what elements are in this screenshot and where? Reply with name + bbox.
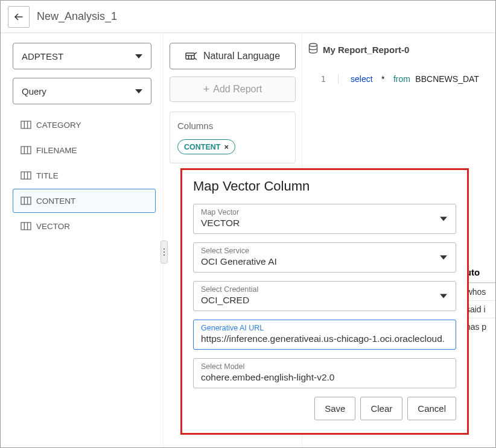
sql-from: from <box>393 74 410 84</box>
sql-select: select <box>351 74 373 84</box>
caret-down-icon <box>135 54 142 58</box>
select-service-field[interactable]: Select Service OCI Generative AI <box>193 242 456 273</box>
generative-ai-url-field[interactable]: Generative AI URL https://inference.gene… <box>193 320 456 350</box>
svg-rect-16 <box>186 53 194 59</box>
sql-table: BBCNEWS_DAT <box>415 74 479 84</box>
column-label: FILENAME <box>36 146 77 155</box>
natural-language-button[interactable]: Natural Language <box>170 43 296 69</box>
svg-point-20 <box>310 43 317 46</box>
column-item-title[interactable]: TITLE <box>13 163 156 188</box>
query-select[interactable]: Query <box>13 78 151 104</box>
splitter-handle[interactable] <box>161 241 168 263</box>
sql-code: select * from BBCNEWS_DAT <box>339 74 479 84</box>
field-label: Map Vector <box>201 208 448 216</box>
select-model-field[interactable]: Select Model cohere.embed-english-light-… <box>193 358 456 388</box>
natural-language-icon <box>185 51 197 61</box>
sql-editor[interactable]: 1 select * from BBCNEWS_DAT <box>308 74 495 84</box>
cancel-button[interactable]: Cancel <box>407 397 456 420</box>
caret-down-icon <box>440 256 447 260</box>
columns-panel: Columns CONTENT × <box>170 112 296 163</box>
column-icon <box>21 171 31 180</box>
column-label: CONTENT <box>36 197 75 206</box>
page-title: New_Analysis_1 <box>37 10 117 23</box>
caret-down-icon <box>440 294 447 298</box>
select-credential-field[interactable]: Select Credential OCI_CRED <box>193 281 456 311</box>
svg-rect-13 <box>21 222 31 230</box>
chip-remove-icon[interactable]: × <box>224 142 229 151</box>
field-label: Generative AI URL <box>201 324 448 332</box>
modal-title: Map Vector Column <box>193 178 456 194</box>
caret-down-icon <box>135 89 142 93</box>
svg-rect-7 <box>21 172 31 179</box>
map-vector-field[interactable]: Map Vector VECTOR <box>193 204 456 234</box>
column-icon <box>21 222 31 230</box>
add-report-button[interactable]: + Add Report <box>170 77 296 102</box>
add-report-label: Add Report <box>213 84 262 95</box>
column-item-filename[interactable]: FILENAME <box>13 138 156 162</box>
svg-rect-10 <box>21 197 31 204</box>
column-chip-content[interactable]: CONTENT × <box>177 139 235 154</box>
field-label: Select Service <box>201 247 448 255</box>
plus-icon: + <box>203 83 210 96</box>
field-value: https://inference.generativeai.us-chicag… <box>201 333 448 344</box>
column-label: CATEGORY <box>36 121 81 130</box>
query-select-label: Query <box>22 86 46 96</box>
sql-star: * <box>378 74 388 84</box>
field-label: Select Model <box>201 362 448 371</box>
caret-down-icon <box>440 217 447 221</box>
line-number: 1 <box>308 74 339 84</box>
arrow-left-icon <box>13 11 24 22</box>
column-label: VECTOR <box>36 222 70 231</box>
svg-rect-4 <box>21 147 31 154</box>
sidebar: ADPTEST Query CATEGORY FILENAME TITLE CO… <box>1 33 164 447</box>
source-select[interactable]: ADPTEST <box>13 43 151 69</box>
save-button[interactable]: Save <box>314 397 355 420</box>
report-name: My Report_Report-0 <box>323 45 409 55</box>
clear-button[interactable]: Clear <box>360 397 402 420</box>
topbar: New_Analysis_1 <box>1 1 495 33</box>
column-icon <box>21 146 31 154</box>
field-value: OCI Generative AI <box>201 256 448 267</box>
database-icon <box>308 43 318 56</box>
back-button[interactable] <box>8 6 30 28</box>
field-value: OCI_CRED <box>201 295 448 306</box>
map-vector-modal: Map Vector Column Map Vector VECTOR Sele… <box>180 168 469 435</box>
field-value: cohere.embed-english-light-v2.0 <box>201 372 448 383</box>
column-label: TITLE <box>36 171 59 180</box>
source-select-label: ADPTEST <box>22 51 63 62</box>
modal-buttons: Save Clear Cancel <box>193 397 456 420</box>
column-list: CATEGORY FILENAME TITLE CONTENT VECTOR <box>13 113 156 238</box>
column-item-category[interactable]: CATEGORY <box>13 113 156 137</box>
svg-rect-1 <box>21 121 31 128</box>
chip-label: CONTENT <box>184 143 220 151</box>
report-header: My Report_Report-0 <box>308 43 495 56</box>
natural-language-label: Natural Language <box>203 51 280 62</box>
field-label: Select Credential <box>201 285 448 294</box>
column-icon <box>21 197 31 205</box>
column-item-vector[interactable]: VECTOR <box>13 214 156 238</box>
field-value: VECTOR <box>201 218 448 229</box>
columns-header: Columns <box>177 121 288 131</box>
column-icon <box>21 121 31 129</box>
column-item-content[interactable]: CONTENT <box>13 189 156 213</box>
